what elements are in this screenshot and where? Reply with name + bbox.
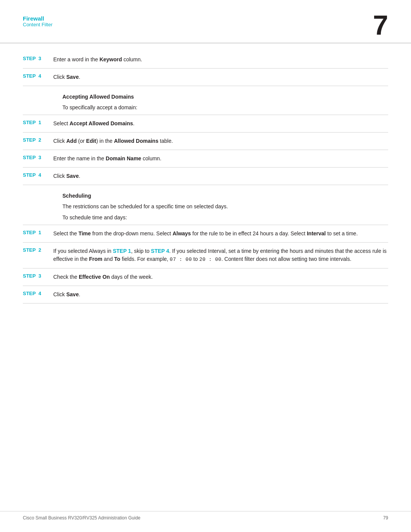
accepting-step-4-label: STEP 4 xyxy=(23,172,53,178)
accepting-step-3-content: Enter the name in the Domain Name column… xyxy=(53,155,388,163)
accepting-allowed-domains-section: Accepting Allowed Domains To specificall… xyxy=(23,94,388,185)
step-4-label: STEP 4 xyxy=(23,73,53,79)
initial-steps-section: STEP 3 Enter a word in the Keyword colum… xyxy=(23,51,388,86)
chapter-subtitle: Content Filter xyxy=(23,22,53,27)
footer-page-number: 79 xyxy=(383,515,388,521)
header-left: Firewall Content Filter xyxy=(23,15,53,27)
step-4-initial: STEP 4 Click Save. xyxy=(23,69,388,86)
step-ref-1: STEP 1 xyxy=(113,248,131,254)
scheduling-step-4-label: STEP 4 xyxy=(23,291,53,296)
scheduling-step-2: STEP 2 If you selected Always in STEP 1,… xyxy=(23,243,388,268)
accepting-step-3: STEP 3 Enter the name in the Domain Name… xyxy=(23,150,388,168)
step-4-content: Click Save. xyxy=(53,73,388,81)
accepting-step-1: STEP 1 Select Accept Allowed Domains. xyxy=(23,115,388,133)
section-heading-accepting: Accepting Allowed Domains To specificall… xyxy=(62,94,388,112)
scheduling-step-2-content: If you selected Always in STEP 1, skip t… xyxy=(53,247,388,264)
accepting-step-1-content: Select Accept Allowed Domains. xyxy=(53,120,388,128)
step-ref-4: STEP 4 xyxy=(151,248,169,254)
accepting-step-4-content: Click Save. xyxy=(53,172,388,180)
scheduling-step-3: STEP 3 Check the Effective On days of th… xyxy=(23,268,388,286)
scheduling-step-1-label: STEP 1 xyxy=(23,230,53,235)
chapter-title: Firewall xyxy=(23,15,53,22)
accepting-step-3-label: STEP 3 xyxy=(23,155,53,160)
accepting-step-2: STEP 2 Click Add (or Edit) in the Allowe… xyxy=(23,133,388,150)
scheduling-section: Scheduling The restrictions can be sched… xyxy=(23,193,388,304)
accepting-step-2-label: STEP 2 xyxy=(23,137,53,143)
accepting-step-2-content: Click Add (or Edit) in the Allowed Domai… xyxy=(53,137,388,145)
accepting-step-4: STEP 4 Click Save. xyxy=(23,168,388,185)
page-footer: Cisco Small Business RV320/RV325 Adminis… xyxy=(0,511,411,521)
section-heading-scheduling: Scheduling The restrictions can be sched… xyxy=(62,193,388,222)
scheduling-step-1: STEP 1 Select the Time from the drop-dow… xyxy=(23,225,388,243)
page-wrapper: Firewall Content Filter 7 STEP 3 Enter a… xyxy=(0,0,411,532)
accepting-step-1-label: STEP 1 xyxy=(23,120,53,125)
scheduling-intro-1: The restrictions can be scheduled for a … xyxy=(62,203,388,211)
chapter-number: 7 xyxy=(373,11,388,39)
scheduling-step-4: STEP 4 Click Save. xyxy=(23,286,388,304)
scheduling-step-1-content: Select the Time from the drop-down menu.… xyxy=(53,230,388,238)
page-header: Firewall Content Filter 7 xyxy=(0,0,411,43)
footer-left-text: Cisco Small Business RV320/RV325 Adminis… xyxy=(23,515,140,521)
scheduling-step-3-label: STEP 3 xyxy=(23,273,53,279)
scheduling-step-3-content: Check the Effective On days of the week. xyxy=(53,273,388,281)
scheduling-intro-2: To schedule time and days: xyxy=(62,214,388,222)
step-3-initial: STEP 3 Enter a word in the Keyword colum… xyxy=(23,51,388,69)
accepting-heading: Accepting Allowed Domains xyxy=(62,94,388,100)
step-3-content: Enter a word in the Keyword column. xyxy=(53,56,388,64)
accepting-intro: To specifically accept a domain: xyxy=(62,104,388,112)
scheduling-heading: Scheduling xyxy=(62,193,388,199)
step-3-label: STEP 3 xyxy=(23,56,53,61)
scheduling-step-4-content: Click Save. xyxy=(53,291,388,299)
main-content: STEP 3 Enter a word in the Keyword colum… xyxy=(0,43,411,326)
scheduling-step-2-label: STEP 2 xyxy=(23,247,53,253)
